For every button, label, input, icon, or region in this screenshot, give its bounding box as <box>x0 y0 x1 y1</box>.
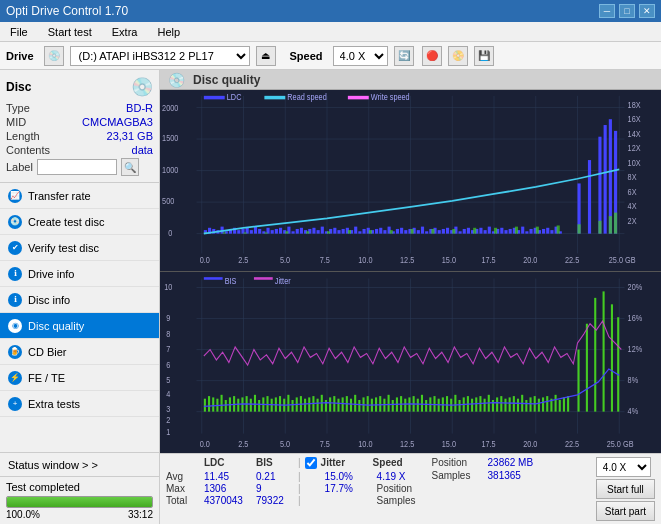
sidebar-item-disc-info[interactable]: ℹ Disc info <box>0 287 159 313</box>
svg-rect-39 <box>271 230 274 234</box>
svg-rect-66 <box>383 230 386 234</box>
disc-length-value: 23,31 GB <box>107 130 153 142</box>
svg-text:20%: 20% <box>628 282 643 292</box>
speed-label: Speed <box>290 50 323 62</box>
transfer-rate-icon: 📈 <box>8 189 22 203</box>
write-button[interactable]: 📀 <box>448 46 468 66</box>
svg-rect-263 <box>538 399 540 412</box>
sidebar-item-create-test-disc[interactable]: 💿 Create test disc <box>0 209 159 235</box>
verify-test-disc-icon: ✔ <box>8 241 22 255</box>
svg-rect-271 <box>578 350 580 412</box>
svg-text:14X: 14X <box>628 129 641 138</box>
stats-avg-row: Avg 11.45 0.21 | 15.0% 4.19 X <box>166 471 416 482</box>
svg-rect-181 <box>254 277 273 280</box>
start-full-button[interactable]: Start full <box>596 479 655 499</box>
speed-select[interactable]: 4.0 X <box>333 46 388 66</box>
svg-rect-265 <box>546 396 548 412</box>
svg-rect-120 <box>306 231 309 233</box>
sidebar-item-cd-bier[interactable]: 🍺 CD Bier <box>0 339 159 365</box>
svg-rect-234 <box>417 399 419 412</box>
disc-label-button[interactable]: 🔍 <box>121 158 139 176</box>
status-window-button[interactable]: Status window > > <box>0 452 159 476</box>
sidebar-item-fe-te[interactable]: ⚡ FE / TE <box>0 365 159 391</box>
drive-info-label: Drive info <box>28 268 74 280</box>
svg-rect-207 <box>304 399 306 412</box>
disc-label-input[interactable] <box>37 159 117 175</box>
jitter-checkbox[interactable] <box>305 457 317 469</box>
maximize-button[interactable]: □ <box>619 4 635 18</box>
svg-rect-235 <box>421 395 423 412</box>
disc-type-row: Type BD-R <box>6 102 153 114</box>
extra-tests-icon: + <box>8 397 22 411</box>
main-layout: Disc 💿 Type BD-R MID CMCMAGBA3 Length 23… <box>0 70 661 524</box>
svg-rect-121 <box>327 231 330 233</box>
svg-text:9: 9 <box>166 313 170 323</box>
menu-start-test[interactable]: Start test <box>42 24 98 40</box>
svg-rect-187 <box>221 395 223 412</box>
svg-rect-74 <box>417 230 420 234</box>
svg-text:22.5: 22.5 <box>565 255 579 264</box>
sidebar-item-transfer-rate[interactable]: 📈 Transfer rate <box>0 183 159 209</box>
svg-text:10X: 10X <box>628 159 641 168</box>
svg-rect-70 <box>400 228 403 234</box>
title-bar-controls: ─ □ ✕ <box>599 4 655 18</box>
drive-select[interactable]: (D:) ATAPI iHBS312 2 PL17 <box>70 46 250 66</box>
svg-text:4X: 4X <box>628 202 637 211</box>
svg-rect-90 <box>484 230 487 234</box>
save-log-button[interactable]: 💾 <box>474 46 494 66</box>
svg-text:Jitter: Jitter <box>275 276 291 286</box>
svg-rect-123 <box>369 230 372 234</box>
svg-text:2.5: 2.5 <box>238 255 248 264</box>
stats-sep3: | <box>298 483 301 494</box>
disc-contents-value: data <box>132 144 153 156</box>
svg-rect-61 <box>362 229 365 234</box>
eject-button[interactable]: ⏏ <box>256 46 276 66</box>
close-button[interactable]: ✕ <box>639 4 655 18</box>
svg-rect-255 <box>504 399 506 412</box>
svg-rect-50 <box>317 230 320 234</box>
nav-items: 📈 Transfer rate 💿 Create test disc ✔ Ver… <box>0 183 159 452</box>
progress-time: 33:12 <box>128 509 153 520</box>
disc-info-label: Disc info <box>28 294 70 306</box>
menu-extra[interactable]: Extra <box>106 24 144 40</box>
svg-rect-253 <box>496 397 498 411</box>
svg-rect-105 <box>546 228 549 234</box>
sidebar-item-extra-tests[interactable]: + Extra tests <box>0 391 159 417</box>
svg-rect-204 <box>292 400 294 412</box>
svg-rect-203 <box>287 395 289 412</box>
svg-rect-225 <box>379 396 381 412</box>
sidebar-item-verify-test-disc[interactable]: ✔ Verify test disc <box>0 235 159 261</box>
svg-text:2X: 2X <box>628 217 637 226</box>
svg-text:12X: 12X <box>628 143 641 152</box>
refresh-button[interactable]: 🔄 <box>394 46 414 66</box>
svg-text:1000: 1000 <box>162 166 178 175</box>
progress-bar-inner <box>7 497 152 507</box>
svg-text:5.0: 5.0 <box>280 439 291 449</box>
svg-rect-250 <box>484 399 486 412</box>
erase-button[interactable]: 🔴 <box>422 46 442 66</box>
svg-rect-129 <box>494 228 497 234</box>
sidebar-item-drive-info[interactable]: ℹ Drive info <box>0 261 159 287</box>
svg-rect-208 <box>308 397 310 411</box>
disc-label-label: Label <box>6 161 33 173</box>
ldc-total: 4370043 <box>204 495 252 506</box>
menu-file[interactable]: File <box>4 24 34 40</box>
minimize-button[interactable]: ─ <box>599 4 615 18</box>
svg-rect-220 <box>358 400 360 412</box>
sidebar-item-disc-quality[interactable]: ◉ Disc quality <box>0 313 159 339</box>
stats-speed-dropdown[interactable]: 4.0 X <box>596 457 651 477</box>
svg-text:7.5: 7.5 <box>320 439 331 449</box>
svg-rect-261 <box>529 397 531 411</box>
disc-title: Disc <box>6 80 31 94</box>
svg-rect-40 <box>275 229 278 234</box>
samples-label: Samples <box>377 495 416 506</box>
svg-rect-194 <box>250 399 252 412</box>
menu-help[interactable]: Help <box>151 24 186 40</box>
cd-bier-icon: 🍺 <box>8 345 22 359</box>
stats-jitter-header: Jitter <box>321 457 369 469</box>
stats-right-panel: Position 23862 MB Samples 381365 <box>432 457 534 481</box>
samples-row: Samples 381365 <box>432 470 534 481</box>
start-part-button[interactable]: Start part <box>596 501 655 521</box>
svg-rect-195 <box>254 395 256 412</box>
svg-rect-56 <box>342 229 345 234</box>
